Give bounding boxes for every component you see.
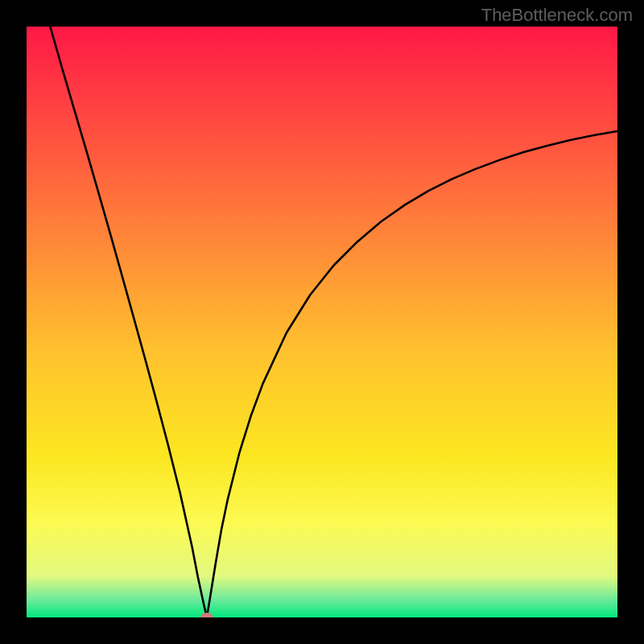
- watermark-text: TheBottleneck.com: [481, 5, 633, 26]
- bottleneck-curve: [27, 27, 617, 617]
- optimal-marker-dot: [200, 613, 213, 617]
- chart-container: TheBottleneck.com: [0, 0, 644, 644]
- plot-area: [27, 27, 617, 617]
